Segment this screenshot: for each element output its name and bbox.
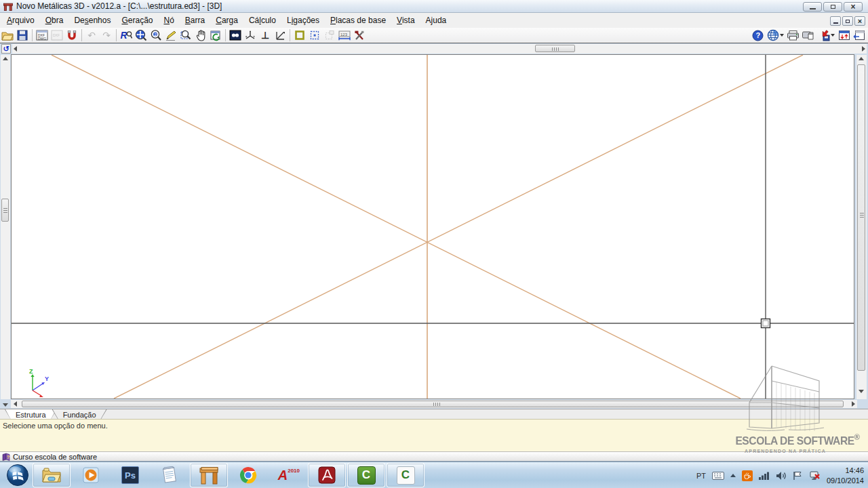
volume-icon[interactable]: [776, 471, 787, 481]
tab-fundacao[interactable]: Fundação: [52, 409, 107, 420]
app-icon[interactable]: [3, 2, 13, 11]
taskbar-chrome[interactable]: [229, 463, 267, 487]
taskbar-windows-explorer[interactable]: [33, 463, 71, 487]
export-dxf-button[interactable]: DXF: [50, 28, 64, 42]
right-scrollbar-thumb[interactable]: [857, 64, 865, 371]
open-button[interactable]: [0, 28, 15, 42]
zoom-scale-button[interactable]: 2: [149, 28, 163, 42]
scroll-down-arrow-icon[interactable]: [3, 403, 8, 407]
menu-no[interactable]: Nó: [158, 14, 179, 27]
toolbar-separator-line: [0, 43, 868, 43]
taskbar-photoshop[interactable]: Ps: [111, 463, 149, 487]
scroll-up-arrow-icon[interactable]: [859, 57, 864, 60]
open-folder-icon: [1, 30, 14, 41]
print-button[interactable]: [785, 28, 800, 42]
menu-carga[interactable]: Carga: [210, 14, 243, 27]
perpendicular-view-button[interactable]: ⊥: [258, 28, 273, 42]
bottom-scrollbar[interactable]: [11, 400, 857, 408]
zoom-mark-button[interactable]: R: [119, 28, 134, 42]
select-points-button[interactable]: [307, 28, 322, 42]
dimension-button[interactable]: 123: [337, 28, 352, 42]
menu-arquivo[interactable]: Arquivo: [1, 14, 40, 27]
language-indicator[interactable]: PT: [696, 472, 706, 480]
select-group-button[interactable]: [322, 28, 337, 42]
crosshair-cursor: [12, 55, 854, 399]
taskbar-windows-media-player[interactable]: [72, 463, 110, 487]
menu-ajuda[interactable]: Ajuda: [420, 14, 452, 27]
taskbar-clock[interactable]: 14:46 09/10/2014: [827, 466, 864, 486]
mdi-restore-button[interactable]: [842, 16, 853, 26]
taskbar-adobe-reader[interactable]: [308, 463, 346, 487]
taskbar-metalicas-3d[interactable]: [190, 463, 228, 487]
close-button[interactable]: ×: [844, 2, 863, 12]
taskbar-camtasia-studio[interactable]: C: [347, 463, 385, 487]
web-button[interactable]: [765, 28, 785, 42]
menu-vista[interactable]: Vista: [391, 14, 420, 27]
export-view-button[interactable]: [815, 28, 837, 42]
view-3d-button[interactable]: [228, 28, 243, 42]
restore-button[interactable]: [823, 2, 842, 12]
minimize-button[interactable]: [803, 2, 822, 12]
menu-geracao[interactable]: Geração: [116, 14, 158, 27]
show-hidden-icons[interactable]: [730, 474, 736, 477]
rotate-view-icon[interactable]: ↺: [1, 44, 11, 54]
axis-x-label: X: [41, 398, 45, 399]
mdi-close-button[interactable]: ×: [854, 16, 865, 26]
network-signal-icon[interactable]: [759, 471, 770, 480]
top-scrollbar-thumb[interactable]: [535, 45, 575, 52]
mdi-window-buttons: ×: [830, 16, 865, 26]
isometric-view-button[interactable]: [273, 28, 288, 42]
action-center-flag-icon[interactable]: [793, 471, 803, 481]
settings-tools-button[interactable]: [352, 28, 367, 42]
taskbar-notepad[interactable]: [151, 463, 189, 487]
window-close-button[interactable]: [852, 28, 867, 42]
right-scrollbar[interactable]: [856, 55, 867, 399]
left-scrollbar[interactable]: [1, 55, 10, 399]
zoom-extents-button[interactable]: [134, 28, 149, 42]
redo-button[interactable]: ↷: [99, 28, 114, 42]
scroll-right-arrow-icon[interactable]: [862, 46, 865, 52]
help-button[interactable]: ?: [750, 28, 765, 42]
scroll-left-arrow-icon[interactable]: [14, 46, 17, 52]
rotate-axes-button[interactable]: [243, 28, 258, 42]
mdi-close-icon: ×: [858, 18, 862, 25]
zoom-window-button[interactable]: [178, 28, 193, 42]
print-preview-button[interactable]: [800, 28, 815, 42]
taskbar-autocad-2010[interactable]: A 2010: [269, 463, 307, 487]
help-icon: ?: [752, 30, 764, 41]
network-disconnected-icon[interactable]: [809, 470, 821, 481]
scroll-down-arrow-icon[interactable]: [859, 390, 864, 393]
menu-desenhos[interactable]: Desenhos: [68, 14, 116, 27]
scroll-right-arrow-icon[interactable]: [852, 401, 855, 407]
top-scrollbar[interactable]: [12, 44, 867, 54]
media-player-icon: [82, 466, 100, 484]
save-button[interactable]: [15, 28, 30, 42]
menu-barra[interactable]: Barra: [180, 14, 210, 27]
java-update-icon[interactable]: [742, 470, 753, 481]
left-scrollbar-thumb[interactable]: [1, 199, 9, 222]
undo-button[interactable]: ↶: [84, 28, 99, 42]
scroll-left-arrow-icon[interactable]: [14, 401, 17, 407]
menu-placas-de-base[interactable]: Placas de base: [325, 14, 391, 27]
start-button[interactable]: [4, 463, 31, 487]
bottom-scrollbar-thumb[interactable]: [22, 401, 844, 407]
refresh-view-button[interactable]: [208, 28, 223, 42]
adobe-reader-icon: [318, 466, 336, 484]
magnifier-icon: [126, 31, 132, 39]
keyboard-icon[interactable]: [712, 472, 724, 480]
select-region-button[interactable]: [292, 28, 307, 42]
curso-banner: ? Curso escola de software: [0, 451, 868, 462]
scroll-up-arrow-icon[interactable]: [3, 57, 8, 60]
pan-button[interactable]: [193, 28, 208, 42]
redraw-button[interactable]: [163, 28, 178, 42]
mdi-minimize-button[interactable]: [830, 16, 841, 26]
menu-obra[interactable]: Obra: [40, 14, 69, 27]
menu-ligacoes[interactable]: Ligações: [281, 14, 325, 27]
taskbar-camtasia-recorder[interactable]: C: [387, 463, 425, 487]
window-arrange-button[interactable]: [837, 28, 852, 42]
tab-estrutura[interactable]: Estrutura: [5, 409, 57, 420]
drawing-canvas[interactable]: Z Y X: [11, 54, 854, 399]
snap-magnet-button[interactable]: [64, 28, 79, 42]
import-dxf-button[interactable]: DXF DWG: [35, 28, 50, 42]
menu-calculo[interactable]: Cálculo: [243, 14, 281, 27]
